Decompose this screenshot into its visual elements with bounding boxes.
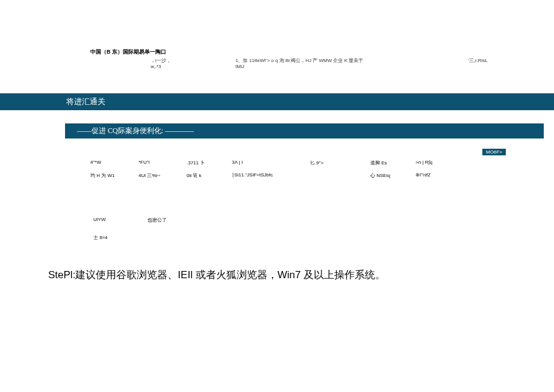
grid-row-1: 4"*W *FU"l .3711 卜 3Λ | I 匕 9"> 道脚 Es >n… <box>90 160 512 166</box>
grid-cell: ⊕Γ½fZ <box>416 172 452 179</box>
lower-cell: 也密公了 <box>148 217 167 223</box>
banner-primary: 将进汇通关 <box>0 93 554 110</box>
grid-row-2: 均 H 为 W1 4Ui 三%r÷ 0ii 笥 k ∣Si11."JSiF=tS… <box>90 172 512 179</box>
grid-cell: 心 NSEiq <box>370 172 416 179</box>
lower-row-1: UlYW 也密公了 <box>93 217 167 223</box>
grid-cell: >n | R∫q <box>416 160 452 166</box>
header-area: 中国（B 东）国际期易单一陶口 ，i一沙，w,.*3 1、加 11tteWΓ> … <box>0 0 554 69</box>
grid-cell: 4"*W <box>90 160 138 166</box>
data-grid: 4"*W *FU"l .3711 卜 3Λ | I 匕 9"> 道脚 Es >n… <box>90 160 512 185</box>
header-sub-right: '三,r.RIsL <box>468 57 488 69</box>
step-instruction: StePl:建议使用谷歌浏览器、IEIl 或者火狐浏览器，Win7 及以上操作系… <box>48 268 385 282</box>
header-sub-mid: 1、加 11tteWΓ> o q 泡 Bi 阀公，HJ 产 WMW 企业 K 显… <box>235 57 372 69</box>
banner-secondary: ——促进 CQ际案身便利化: ———— <box>65 123 544 138</box>
grid-cell: 4Ui 三%r÷ <box>138 172 187 179</box>
header-sub-left: ，i一沙，w,.*3 <box>151 57 181 69</box>
grid-cell: 3Λ | I <box>232 160 310 166</box>
lower-cell: UlYW <box>93 217 148 223</box>
more-badge[interactable]: MO6F> <box>482 149 506 155</box>
grid-cell: *FU"l <box>138 160 187 166</box>
grid-cell: 道脚 Es <box>370 160 416 166</box>
grid-cell: ∣Si11."JSiF=tSJbfc <box>232 172 310 179</box>
grid-cell <box>310 172 370 179</box>
header-sub-line: ，i一沙，w,.*3 1、加 11tteWΓ> o q 泡 Bi 阀公，HJ 产… <box>90 57 488 69</box>
lower-row-2: 士 8≈4 <box>93 234 167 241</box>
grid-cell: 匕 9"> <box>310 160 370 166</box>
header-title: 中国（B 东）国际期易单一陶口 <box>90 48 488 56</box>
lower-block: UlYW 也密公了 士 8≈4 <box>93 217 167 241</box>
grid-cell: 0ii 笥 k <box>187 172 232 179</box>
grid-cell: 均 H 为 W1 <box>90 172 138 179</box>
grid-cell: .3711 卜 <box>187 160 232 166</box>
